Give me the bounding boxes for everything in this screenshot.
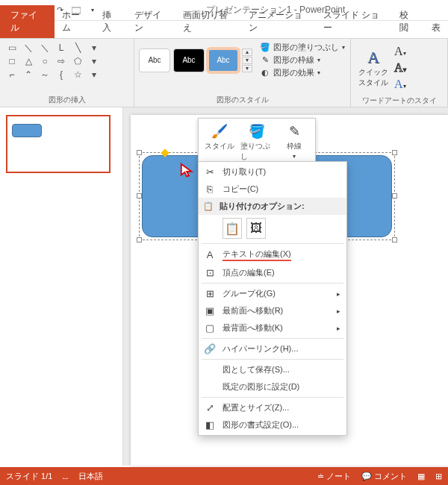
shape-icon[interactable]: △ (21, 55, 36, 67)
text-effects-icon[interactable]: A▾ (394, 78, 406, 91)
shape-icon[interactable]: ⬠ (70, 55, 85, 67)
styles-up-icon[interactable]: ▴ (242, 48, 252, 56)
notes-button[interactable]: ≐ ノート (317, 471, 351, 482)
tab-transition[interactable]: 画面切り替え (175, 5, 241, 38)
ctx-bring-front: ▣最前面へ移動(R)▸ (199, 302, 346, 319)
text-fill-icon[interactable]: A▾ (394, 45, 406, 58)
ctx-send-back: ▢最背面へ移動(K)▸ (199, 319, 346, 337)
shape-icon[interactable]: ▭ (4, 42, 19, 54)
paste-option-1[interactable]: 📋 (223, 218, 242, 239)
slide-panel: 1 (0, 107, 123, 466)
resize-handle[interactable] (392, 193, 397, 198)
status-language[interactable]: 日本語 (78, 471, 103, 482)
group-label: ワードアートのスタイ (355, 94, 443, 106)
tab-slideshow[interactable]: スライド ショー (316, 5, 393, 38)
back-icon: ▢ (203, 322, 217, 334)
shapes-gallery[interactable]: ▭＼＼L╲▾ □△○⇨⬠▾ ⌐⌃～{☆▾ (4, 42, 129, 81)
points-icon: ⊡ (203, 267, 217, 278)
status-bar: スライド 1/1 ⎵ 日本語 ≐ ノート 💬 コメント ▦ ⊞ (0, 467, 448, 485)
text-outline-icon[interactable]: A▾ (394, 61, 406, 75)
wordart-a-icon[interactable]: A (367, 48, 379, 67)
shape-icon[interactable]: ╲ (70, 42, 85, 54)
shape-icon[interactable]: ○ (37, 55, 52, 67)
shape-icon[interactable]: ☆ (70, 69, 85, 81)
adjust-handle[interactable] (161, 148, 169, 157)
comments-button[interactable]: 💬 コメント (361, 471, 407, 482)
view-normal-icon[interactable]: ▦ (417, 472, 425, 481)
separator (202, 243, 343, 244)
ctx-cut[interactable]: ✂切り取り(T) (199, 163, 346, 181)
ctx-hyperlink[interactable]: 🔗ハイパーリンク(H)... (199, 340, 346, 357)
shape-icon[interactable]: L (54, 42, 69, 54)
ctx-edit-points[interactable]: ⊡頂点の編集(E) (199, 264, 346, 281)
format-icon: ◧ (203, 419, 217, 431)
shape-effects-menu[interactable]: ◐図形の効果▾ (260, 67, 345, 78)
mini-outline-button[interactable]: ✎枠線▾ (276, 122, 312, 163)
thumb-shape (12, 124, 42, 137)
shape-icon[interactable]: ＼ (37, 42, 52, 54)
shape-icon[interactable]: ⌐ (4, 69, 19, 81)
mini-toolbar: 🖌️スタイル 🪣塗りつぶし ✎枠線▾ (198, 118, 316, 167)
shape-icon[interactable]: ～ (37, 69, 52, 81)
clipboard-icon: 📋 (203, 201, 214, 210)
shape-icon[interactable]: ⇨ (54, 55, 69, 67)
ctx-edit-text[interactable]: Aテキストの編集(X) (199, 245, 346, 264)
tab-insert[interactable]: 挿入 (95, 5, 127, 38)
ctx-save-as-pic[interactable]: 図として保存(S)... (199, 361, 346, 378)
style-preset[interactable]: Abc (139, 48, 170, 72)
tab-review[interactable]: 校閲 (392, 5, 424, 38)
ctx-size-pos[interactable]: ⤢配置とサイズ(Z)... (199, 399, 346, 416)
shape-icon[interactable]: { (54, 69, 69, 81)
resize-handle[interactable] (137, 237, 142, 242)
paste-options: 📋 🖼 (199, 215, 346, 242)
group-label: 図形のスタイル (139, 93, 346, 105)
shape-icon[interactable]: ⌃ (21, 69, 36, 81)
separator (202, 283, 343, 284)
shape-icon[interactable]: ▾ (87, 55, 102, 67)
separator (202, 397, 343, 398)
group-insert-shapes: ▭＼＼L╲▾ □△○⇨⬠▾ ⌐⌃～{☆▾ 図形の挿入 (0, 39, 134, 107)
cursor-icon (179, 163, 196, 179)
ctx-copy[interactable]: ⎘コピー(C) (199, 181, 346, 198)
ctx-paste-header: 📋貼り付けのオプション: (199, 198, 346, 215)
shape-icon[interactable]: ▾ (87, 69, 102, 81)
shape-fill-menu[interactable]: 🪣図形の塗りつぶし▾ (260, 42, 345, 53)
bucket-icon: 🪣 (249, 123, 265, 140)
context-menu: ✂切り取り(T) ⎘コピー(C) 📋貼り付けのオプション: 📋 🖼 Aテキストの… (198, 161, 347, 436)
tab-view[interactable]: 表 (424, 18, 448, 38)
effects-icon: ◐ (260, 68, 270, 78)
tab-file[interactable]: ファイル (0, 5, 55, 38)
resize-handle[interactable] (392, 150, 397, 155)
text-icon: A (203, 249, 217, 260)
shape-icon[interactable]: ＼ (21, 42, 36, 54)
link-icon: 🔗 (203, 343, 217, 354)
resize-handle[interactable] (137, 193, 142, 198)
group-label: 図形の挿入 (4, 93, 129, 105)
ribbon: ▭＼＼L╲▾ □△○⇨⬠▾ ⌐⌃～{☆▾ 図形の挿入 Abc Abc Abc ▴… (0, 39, 448, 107)
slide-thumbnail[interactable] (6, 115, 111, 173)
paste-option-2[interactable]: 🖼 (246, 218, 266, 239)
style-preset-selected[interactable]: Abc (208, 48, 239, 72)
styles-more-icon[interactable]: ▾ (242, 65, 252, 72)
shape-icon[interactable]: □ (4, 55, 19, 67)
paintbrush-icon: 🖌️ (211, 123, 228, 140)
shape-icon[interactable]: ▾ (87, 42, 102, 54)
spellcheck-icon[interactable]: ⎵ (63, 472, 68, 481)
shape-outline-menu[interactable]: ✎図形の枠線▾ (260, 54, 345, 66)
mini-fill-button[interactable]: 🪣塗りつぶし (239, 122, 275, 163)
tab-design[interactable]: デザイン (127, 5, 175, 38)
resize-handle[interactable] (137, 150, 142, 155)
styles-down-icon[interactable]: ▾ (242, 57, 252, 64)
resize-handle[interactable] (392, 237, 397, 242)
group-shape-styles: Abc Abc Abc ▴ ▾ ▾ 🪣図形の塗りつぶし▾ ✎図形の枠線▾ ◐図形… (134, 39, 351, 107)
size-icon: ⤢ (203, 402, 217, 413)
ctx-set-default[interactable]: 既定の図形に設定(D) (199, 378, 346, 395)
view-sorter-icon[interactable]: ⊞ (435, 472, 442, 481)
style-preset[interactable]: Abc (173, 48, 205, 72)
tab-home[interactable]: ホーム (55, 5, 95, 38)
copy-icon: ⎘ (203, 184, 217, 195)
scissors-icon: ✂ (203, 166, 217, 178)
mini-style-button[interactable]: 🖌️スタイル (202, 122, 237, 163)
ctx-format[interactable]: ◧図形の書式設定(O)... (199, 416, 346, 434)
tab-animation[interactable]: アニメーション (241, 5, 315, 38)
